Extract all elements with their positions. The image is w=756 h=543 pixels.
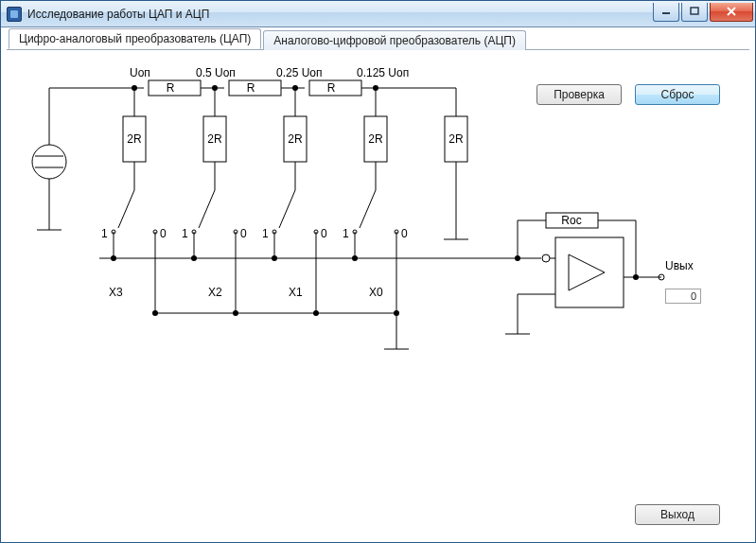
label-2r-4: 2R	[368, 132, 383, 146]
svg-rect-82	[555, 237, 624, 307]
sw4-1: 1	[343, 227, 349, 240]
svg-rect-11	[309, 80, 361, 96]
label-x1: X1	[289, 286, 303, 299]
label-uout: Uвых	[665, 259, 694, 272]
sw3-1: 1	[262, 227, 269, 240]
svg-line-36	[199, 190, 215, 228]
label-r1: R	[167, 81, 175, 95]
label-05u: 0.5 Uоп	[196, 66, 236, 79]
svg-line-28	[118, 190, 134, 228]
svg-point-64	[272, 255, 277, 261]
label-025u: 0.25 Uоп	[276, 66, 323, 79]
svg-rect-1	[691, 8, 698, 14]
label-r2: R	[247, 81, 255, 95]
tabstrip: Цифро-аналоговый преобразователь (ЦАП) А…	[7, 29, 749, 50]
tab-dac[interactable]: Цифро-аналоговый преобразователь (ЦАП)	[9, 28, 261, 49]
label-2r-3: 2R	[288, 132, 303, 146]
tab-dac-label: Цифро-аналоговый преобразователь (ЦАП)	[19, 32, 251, 45]
svg-rect-8	[229, 80, 281, 96]
tab-adc-label: Аналогово-цифровой преобразователь (АЦП)	[273, 34, 516, 47]
label-roc: Roc	[561, 214, 581, 227]
titlebar: Исследование работы ЦАП и АЦП	[1, 1, 755, 27]
sw1-1: 1	[101, 227, 108, 240]
app-window: Исследование работы ЦАП и АЦП Цифро-анал…	[0, 0, 756, 543]
circuit-diagram: Uоп 0.5 Uоп 0.25 Uоп 0.125 Uоп R R	[7, 50, 751, 538]
close-button[interactable]	[710, 3, 753, 22]
label-0125u: 0.125 Uоп	[357, 66, 409, 79]
sw3-0: 0	[321, 227, 327, 240]
svg-line-44	[279, 190, 295, 228]
svg-point-20	[32, 145, 66, 179]
svg-point-63	[191, 255, 197, 261]
window-title: Исследование работы ЦАП и АЦП	[27, 8, 209, 21]
app-icon	[7, 7, 22, 22]
label-r3: R	[327, 81, 336, 95]
sw2-1: 1	[182, 227, 188, 240]
tab-content-dac: Проверка Сброс Выход 0 Uоп 0.5 Uоп 0.25 …	[7, 50, 749, 536]
svg-point-69	[313, 310, 319, 316]
tab-adc[interactable]: Аналогово-цифровой преобразователь (АЦП)	[263, 30, 526, 50]
svg-point-65	[352, 255, 358, 261]
svg-marker-83	[569, 254, 605, 290]
minimize-button[interactable]	[653, 3, 679, 22]
label-2r-2: 2R	[207, 132, 222, 146]
maximize-button[interactable]	[681, 3, 708, 22]
label-2r-5: 2R	[448, 132, 464, 146]
window-buttons	[651, 3, 753, 22]
label-2r-1: 2R	[127, 132, 142, 146]
client-area: Цифро-аналоговый преобразователь (ЦАП) А…	[7, 29, 749, 536]
svg-line-52	[360, 190, 376, 228]
svg-point-73	[542, 254, 550, 262]
svg-point-68	[233, 310, 238, 316]
sw1-0: 0	[160, 227, 167, 240]
svg-rect-5	[149, 80, 201, 96]
label-x0: X0	[369, 286, 383, 299]
svg-point-67	[152, 310, 158, 316]
svg-point-62	[111, 255, 116, 261]
label-uop: Uоп	[130, 66, 150, 79]
sw4-0: 0	[401, 227, 408, 240]
sw2-0: 0	[240, 227, 247, 240]
label-x3: X3	[109, 286, 123, 299]
label-x2: X2	[208, 286, 222, 299]
